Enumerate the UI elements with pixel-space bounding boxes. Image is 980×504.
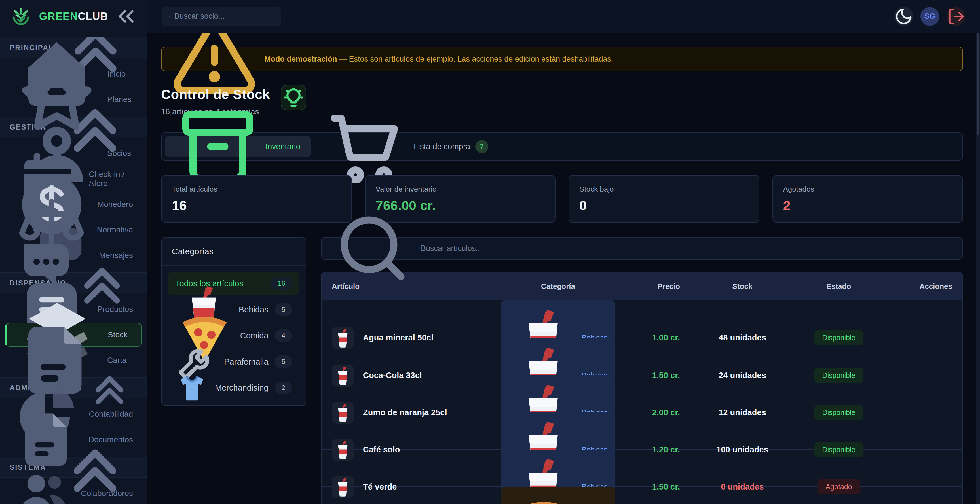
item-thumbnail <box>332 364 354 386</box>
tabbar: Inventario Lista de compra 7 <box>161 132 963 161</box>
app-root: GREENCLUB PRINCIPAL Inicio Planes GESTIÓ… <box>0 0 980 504</box>
item-stock: 0 unidades <box>694 482 791 491</box>
tab-badge: 7 <box>475 140 488 153</box>
category-count-badge: 4 <box>275 329 292 342</box>
title-row: Control de Stock 16 artículos en 4 categ… <box>161 86 963 116</box>
logo-row: GREENCLUB <box>0 0 147 33</box>
category-merchandising[interactable]: Merchandising 2 <box>168 377 299 399</box>
item-price: 1.20 cr. <box>615 445 694 455</box>
item-name: Agua mineral 50cl <box>363 333 433 342</box>
pizza-icon <box>509 490 579 504</box>
stat-total-articulos: Total artículos 16 <box>161 175 352 223</box>
categories-title: Categorías <box>162 237 306 266</box>
cup-icon <box>332 402 354 424</box>
sidebar-item-planes[interactable]: Planes <box>5 87 142 111</box>
topbar-actions: SG <box>894 7 965 26</box>
stat-value: 0 <box>579 197 749 213</box>
item-name: Té verde <box>363 482 397 491</box>
category-badge: Comida <box>501 487 615 504</box>
item-thumbnail <box>332 439 354 461</box>
item-price: 1.50 cr. <box>615 482 694 491</box>
scrollbar[interactable] <box>976 33 980 504</box>
content: Modo demostración — Estos son artículos … <box>148 33 980 504</box>
status-badge: Disponible <box>815 442 864 457</box>
sidebar-item-mensajes[interactable]: Mensajes <box>5 243 142 267</box>
col-precio: Precio <box>615 282 694 291</box>
sidebar-collapse-button[interactable] <box>114 4 138 29</box>
stat-label: Agotados <box>783 185 953 194</box>
file-icon <box>14 407 81 473</box>
stat-agotados: Agotados 2 <box>772 175 963 223</box>
search-icon <box>169 16 170 17</box>
item-name: Café solo <box>363 445 400 455</box>
item-stock: 12 unidades <box>694 408 791 417</box>
article-search-input[interactable] <box>421 244 954 253</box>
table-row-agua-mineral-50cl[interactable]: Agua mineral 50cl Bebidas 1.00 cr. 48 un… <box>321 300 963 338</box>
inventory-table: Artículo Categoría Precio Stock Estado A… <box>321 272 963 504</box>
demo-mode-banner: Modo demostración — Estos son artículos … <box>161 47 963 71</box>
cup-icon <box>332 364 354 386</box>
col-stock: Stock <box>694 282 791 291</box>
stat-label: Stock bajo <box>579 185 749 194</box>
banner-title: Modo demostración <box>264 55 337 63</box>
page-title: Control de Stock <box>161 86 270 102</box>
search-icon <box>330 206 415 291</box>
avatar[interactable]: SG <box>920 7 939 26</box>
sidebar: GREENCLUB PRINCIPAL Inicio Planes GESTIÓ… <box>0 0 148 504</box>
item-name: Coca-Cola 33cl <box>363 371 422 380</box>
lightbulb-icon <box>281 85 306 110</box>
logout-button[interactable] <box>947 7 965 26</box>
theme-toggle-button[interactable] <box>894 7 913 26</box>
users-icon <box>14 464 73 504</box>
cup-icon <box>332 439 354 461</box>
article-search <box>321 237 963 260</box>
stat-value: 2 <box>783 197 953 213</box>
table-header: Artículo Categoría Precio Stock Estado A… <box>321 272 963 300</box>
tab-inventario[interactable]: Inventario <box>165 136 310 157</box>
stat-label: Total artículos <box>172 185 341 194</box>
item-price: 1.50 cr. <box>615 371 694 380</box>
sidebar-nav: PRINCIPAL Inicio Planes GESTIÓN Socios C… <box>0 37 147 504</box>
categories-panel: Categorías Todos los artículos 16 Bebida… <box>161 237 306 406</box>
item-thumbnail <box>332 476 354 498</box>
category-count-badge: 5 <box>275 356 292 368</box>
logout-icon <box>947 7 965 26</box>
sidebar-item-colaboradores[interactable]: Colaboradores <box>5 482 142 504</box>
category-count-badge: 2 <box>275 382 292 394</box>
col-articulo: Artículo <box>332 282 501 291</box>
item-stock: 48 unidades <box>694 333 791 342</box>
tshirt-icon <box>175 371 209 404</box>
category-count-badge: 5 <box>275 303 292 316</box>
status-badge: Disponible <box>815 405 864 420</box>
category-parafernalia[interactable]: Parafernalia 5 <box>168 350 299 373</box>
col-categoria: Categoría <box>501 282 615 291</box>
item-stock: 100 unidades <box>694 445 791 455</box>
status-badge: Agotado <box>818 479 860 494</box>
greenclub-leaf-logo <box>8 4 33 29</box>
stat-stock-bajo: Stock bajo 0 <box>568 175 759 223</box>
item-price: 2.00 cr. <box>615 408 694 417</box>
item-name: Zumo de naranja 25cl <box>363 408 447 417</box>
item-price: 1.00 cr. <box>615 333 694 342</box>
member-search <box>162 7 281 26</box>
brand-white: CLUB <box>78 11 108 22</box>
sidebar-item-documentos[interactable]: Documentos <box>5 428 142 452</box>
body-grid: Categorías Todos los artículos 16 Bebida… <box>161 237 963 504</box>
stat-label: Valor de inventario <box>376 185 545 194</box>
status-badge: Disponible <box>815 330 864 345</box>
scrollbar-thumb[interactable] <box>977 33 980 135</box>
member-search-input[interactable] <box>174 12 275 21</box>
stat-value: 16 <box>172 197 341 213</box>
tips-button[interactable] <box>281 85 306 110</box>
main-area: SG Modo demostración — Estos son artícul… <box>148 0 980 504</box>
stats-row: Total artículos 16 Valor de inventario 7… <box>161 175 963 223</box>
topbar: SG <box>148 0 980 33</box>
item-thumbnail <box>332 327 354 349</box>
brand-green: GREEN <box>39 11 78 22</box>
cup-icon <box>332 327 354 349</box>
cup-icon <box>332 476 354 498</box>
tab-lista-de-compra[interactable]: Lista de compra 7 <box>313 136 498 157</box>
sidebar-item-carta[interactable]: Carta <box>5 348 142 372</box>
brand-name: GREENCLUB <box>39 11 108 22</box>
item-stock: 24 unidades <box>694 371 791 380</box>
